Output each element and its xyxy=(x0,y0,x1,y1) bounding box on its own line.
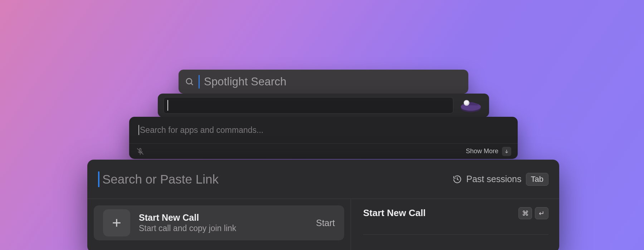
text-cursor xyxy=(167,100,168,111)
svg-line-1 xyxy=(191,83,193,85)
mute-icon xyxy=(136,147,145,156)
history-icon xyxy=(453,175,462,184)
show-more-label: Show More xyxy=(466,148,498,155)
tab-key-badge: Tab xyxy=(526,173,548,186)
plus-icon xyxy=(103,209,130,236)
alfred-input[interactable] xyxy=(164,97,453,114)
spotlight-window: Spotlight Search xyxy=(179,70,468,94)
enter-key-icon: ↵ xyxy=(535,207,548,219)
detail-shortcut: ⌘ ↵ xyxy=(518,207,548,219)
alfred-window xyxy=(158,94,489,117)
text-cursor xyxy=(199,75,200,89)
launcher-window: Search or Paste Link Past sessions Tab xyxy=(87,160,559,250)
past-sessions-button[interactable]: Past sessions Tab xyxy=(453,173,548,186)
past-sessions-label: Past sessions xyxy=(466,174,521,184)
alfred-logo-icon xyxy=(458,98,483,113)
card-title: Start New Call xyxy=(139,212,307,223)
card-text: Start New Call Start call and copy join … xyxy=(139,212,307,233)
start-button[interactable]: Start xyxy=(316,218,335,228)
cmd-key-icon: ⌘ xyxy=(518,207,532,219)
launcher-input[interactable]: Search or Paste Link xyxy=(102,172,450,186)
search-icon xyxy=(185,77,194,86)
card-subtitle: Start call and copy join link xyxy=(139,224,307,233)
spotlight-input[interactable]: Spotlight Search xyxy=(204,75,287,88)
text-cursor xyxy=(98,171,99,187)
arrow-down-icon xyxy=(502,147,511,156)
start-new-call-card[interactable]: Start New Call Start call and copy join … xyxy=(94,205,344,240)
text-cursor xyxy=(138,125,139,135)
raycast-input[interactable]: Search for apps and commands... xyxy=(140,125,263,135)
show-more-button[interactable]: Show More xyxy=(466,147,511,156)
divider xyxy=(363,234,548,235)
raycast-window: Search for apps and commands... Show Mor… xyxy=(129,117,518,159)
svg-point-6 xyxy=(467,101,468,102)
